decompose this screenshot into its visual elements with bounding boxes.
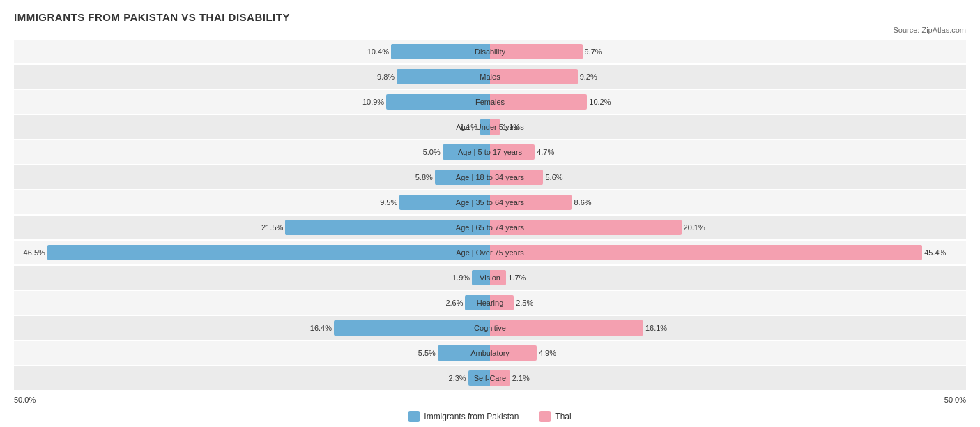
legend-pakistan: Immigrants from Pakistan	[408, 411, 519, 422]
value-right: 9.7%	[585, 47, 602, 56]
bar-container: Ambulatory 5.5% 4.9%	[14, 341, 966, 365]
value-right: 16.1%	[645, 324, 667, 332]
value-left: 2.6%	[445, 299, 463, 307]
value-left: 10.9%	[362, 98, 384, 106]
bar-right	[490, 245, 922, 260]
bar-container: Age | Under 5 years 1.1% 1.1%	[14, 115, 966, 139]
bar-row: Disability 10.4% 9.7%	[14, 40, 966, 63]
source-label: Source: ZipAtlas.com	[14, 26, 966, 34]
bar-right	[490, 195, 572, 210]
bar-left	[443, 144, 490, 160]
value-left: 9.8%	[377, 73, 395, 81]
legend-thai: Thai	[539, 411, 571, 422]
bar-row: Hearing 2.6% 2.5%	[14, 291, 966, 315]
bar-container: Vision 1.9% 1.7%	[14, 266, 966, 290]
bar-right	[490, 270, 506, 285]
bar-row: Age | Under 5 years 1.1% 1.1%	[14, 115, 966, 139]
value-right: 4.7%	[537, 148, 554, 156]
value-right: 45.4%	[924, 248, 946, 257]
bar-right	[490, 345, 537, 361]
bar-left	[399, 195, 490, 210]
value-right: 5.6%	[545, 173, 562, 181]
bar-row: Females 10.9% 10.2%	[14, 90, 966, 114]
bar-row: Age | 35 to 64 years 9.5% 8.6%	[14, 190, 966, 214]
bar-left	[397, 69, 490, 84]
bar-right	[490, 220, 682, 235]
bar-left	[391, 44, 490, 59]
bar-left	[435, 170, 490, 185]
bar-right	[490, 144, 535, 160]
legend-thai-box	[539, 411, 551, 422]
legend-thai-label: Thai	[555, 412, 571, 421]
bar-row: Ambulatory 5.5% 4.9%	[14, 341, 966, 365]
bar-right	[490, 295, 514, 310]
value-right: 2.1%	[512, 374, 530, 382]
value-left: 5.8%	[415, 173, 433, 181]
bar-container: Age | 65 to 74 years 21.5% 20.1%	[14, 216, 966, 239]
legend: Immigrants from Pakistan Thai	[14, 411, 966, 422]
bar-right	[490, 170, 543, 185]
bar-row: Males 9.8% 9.2%	[14, 65, 966, 89]
bar-row: Age | 65 to 74 years 21.5% 20.1%	[14, 216, 966, 239]
chart-title: IMMIGRANTS FROM PAKISTAN VS THAI DISABIL…	[14, 11, 966, 23]
value-right: 2.5%	[516, 299, 533, 307]
bar-container: Females 10.9% 10.2%	[14, 90, 966, 114]
bar-row: Age | Over 75 years 46.5% 45.4%	[14, 241, 966, 264]
axis-row: 50.0% 50.0%	[14, 391, 966, 407]
bar-container: Age | 35 to 64 years 9.5% 8.6%	[14, 190, 966, 214]
bar-left	[438, 345, 490, 361]
value-left: 5.0%	[423, 148, 441, 156]
value-right: 9.2%	[580, 73, 597, 81]
value-right: 4.9%	[539, 349, 556, 357]
bar-left	[465, 295, 490, 310]
bar-left	[285, 220, 490, 235]
bar-row: Age | 18 to 34 years 5.8% 5.6%	[14, 165, 966, 189]
bar-row: Vision 1.9% 1.7%	[14, 266, 966, 290]
bar-left	[472, 270, 490, 285]
bar-container: Self-Care 2.3% 2.1%	[14, 366, 966, 390]
axis-left: 50.0%	[14, 396, 36, 404]
bar-container: Hearing 2.6% 2.5%	[14, 291, 966, 315]
bar-container: Age | Over 75 years 46.5% 45.4%	[14, 241, 966, 264]
value-left: 5.5%	[418, 349, 436, 357]
value-left: 21.5%	[261, 223, 283, 232]
bar-row: Self-Care 2.3% 2.1%	[14, 366, 966, 390]
value-left: 16.4%	[310, 324, 332, 332]
value-right: 1.1%	[503, 123, 520, 131]
bar-right	[490, 94, 587, 110]
bar-right	[490, 119, 500, 135]
bar-right	[490, 69, 578, 84]
bar-left	[468, 370, 490, 386]
legend-pakistan-label: Immigrants from Pakistan	[424, 412, 519, 421]
value-right: 10.2%	[589, 98, 611, 106]
bar-container: Disability 10.4% 9.7%	[14, 40, 966, 63]
axis-right: 50.0%	[944, 396, 966, 404]
value-left: 9.5%	[380, 198, 397, 207]
value-left: 1.9%	[452, 274, 470, 282]
value-right: 8.6%	[574, 198, 591, 207]
value-left: 1.1%	[460, 123, 477, 131]
legend-pakistan-box	[408, 411, 420, 422]
bar-container: Males 9.8% 9.2%	[14, 65, 966, 89]
bar-left	[47, 245, 490, 260]
bar-container: Age | 5 to 17 years 5.0% 4.7%	[14, 140, 966, 164]
bar-row: Cognitive 16.4% 16.1%	[14, 316, 966, 340]
value-right: 20.1%	[684, 223, 705, 232]
value-right: 1.7%	[508, 274, 526, 282]
bar-right	[490, 44, 583, 59]
bar-left	[386, 94, 490, 110]
bar-right	[490, 320, 643, 336]
value-left: 2.3%	[449, 374, 466, 382]
bar-container: Age | 18 to 34 years 5.8% 5.6%	[14, 165, 966, 189]
bar-row: Age | 5 to 17 years 5.0% 4.7%	[14, 140, 966, 164]
chart-area: Disability 10.4% 9.7% Males 9.8% 9.2% Fe…	[14, 40, 966, 390]
bar-container: Cognitive 16.4% 16.1%	[14, 316, 966, 340]
bar-right	[490, 370, 510, 386]
bar-left	[480, 119, 490, 135]
value-left: 46.5%	[24, 248, 45, 257]
bar-left	[334, 320, 490, 336]
value-left: 10.4%	[367, 47, 389, 56]
